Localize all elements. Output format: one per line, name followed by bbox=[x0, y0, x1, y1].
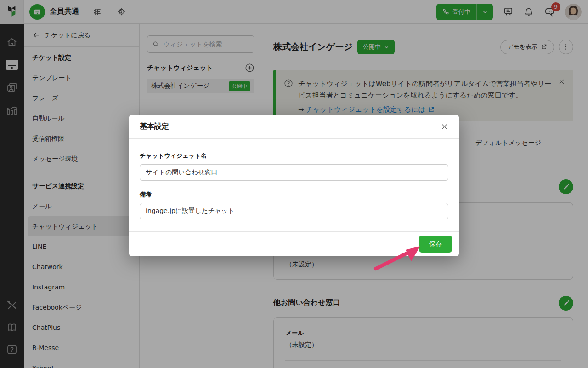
modal-footer: 保存 bbox=[129, 231, 459, 256]
modal-title: 基本設定 bbox=[140, 122, 169, 132]
note-label: 備考 bbox=[140, 190, 448, 199]
modal-close-icon[interactable] bbox=[441, 123, 448, 131]
app-window: 全員共通 bbox=[0, 0, 588, 368]
note-input[interactable] bbox=[140, 203, 448, 219]
widget-name-input[interactable] bbox=[140, 164, 448, 181]
widget-name-label: チャットウィジェット名 bbox=[140, 152, 448, 160]
save-button[interactable]: 保存 bbox=[419, 236, 452, 253]
modal-header: 基本設定 bbox=[129, 115, 459, 139]
basic-settings-modal: 基本設定 チャットウィジェット名 備考 保存 bbox=[129, 115, 459, 256]
modal-body: チャットウィジェット名 備考 bbox=[129, 139, 459, 231]
